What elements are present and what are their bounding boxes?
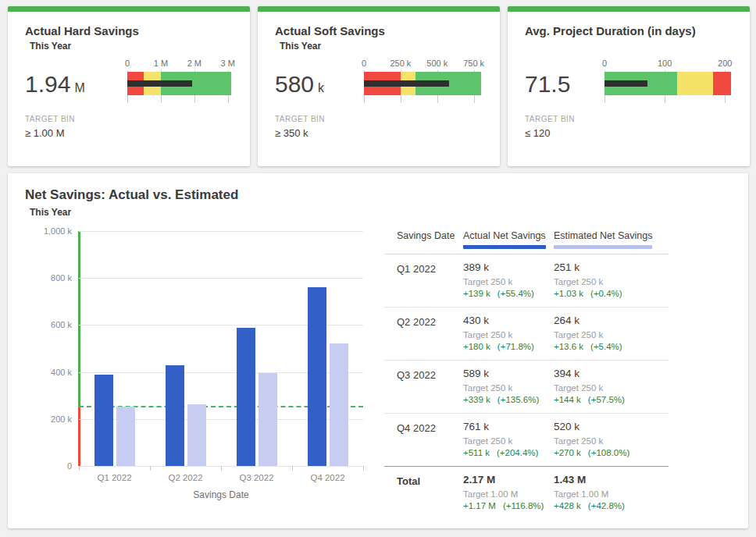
estimated-variance: +428 k(+42.8%) <box>554 501 669 510</box>
kpi-card-actual-soft-savings: Actual Soft Savings This Year 580k 0250 … <box>258 6 500 166</box>
bar-actual[interactable] <box>94 375 113 466</box>
variance-percent: (+135.6%) <box>497 395 539 404</box>
variance-percent: (+0.4%) <box>590 289 622 298</box>
column-header-label: Actual Net Savings <box>463 230 546 241</box>
kpi-title: Avg. Project Duration (in days) <box>525 24 731 37</box>
actual-target: Target 250 k <box>463 436 554 446</box>
variance-percent: (+55.4%) <box>497 289 534 298</box>
bullet-band <box>713 72 731 95</box>
bullet-track <box>364 72 481 95</box>
bar-estimated[interactable] <box>116 407 135 466</box>
x-axis-tick-mark <box>150 466 151 471</box>
kpi-value-unit: k <box>318 81 324 94</box>
actual-cell: 761 kTarget 250 k+511 k(+204.4%) <box>463 421 554 457</box>
kpi-value-number: 580 <box>275 71 314 97</box>
actual-value: 589 k <box>463 368 554 379</box>
bar-estimated[interactable] <box>187 404 206 466</box>
bullet-track <box>127 72 231 95</box>
table-row: Q2 2022430 kTarget 250 k+180 k(+71.8%)26… <box>384 308 669 361</box>
row-label: Q3 2022 <box>384 368 463 404</box>
bar-group-q4-2022 <box>292 231 363 466</box>
kpi-value-unit: M <box>74 81 84 94</box>
target-bin-value: ≤ 120 <box>525 127 731 139</box>
y-axis-tick-label: 600 k <box>51 320 72 329</box>
target-bin: TARGET BIN ≥ 350 k <box>275 115 481 139</box>
legend-swatch-estimated <box>554 245 652 249</box>
kpi-title: Actual Soft Savings <box>275 24 481 37</box>
variance-percent: (+108.0%) <box>588 448 629 457</box>
actual-target: Target 1.00 M <box>463 489 554 499</box>
x-axis-title: Savings Date <box>193 489 248 500</box>
bar-estimated[interactable] <box>330 343 348 466</box>
bullet-axis-labels: 01 M2 M3 M <box>127 59 231 70</box>
table-row: Q3 2022589 kTarget 250 k+339 k(+135.6%)3… <box>384 361 669 414</box>
actual-target: Target 250 k <box>463 277 554 286</box>
bullet-measure-bar <box>604 80 647 87</box>
variance-percent: (+5.4%) <box>590 342 622 351</box>
bullet-axis-labels: 0250 k500 k750 k <box>364 59 481 70</box>
variance-delta: +1.17 M <box>463 501 496 510</box>
bullet-tick-label: 500 k <box>426 59 448 68</box>
variance-delta: +180 k <box>463 342 490 351</box>
estimated-value: 264 k <box>554 315 669 326</box>
variance-delta: +511 k <box>463 448 490 457</box>
y-axis-tick-label: 400 k <box>51 368 72 377</box>
x-axis-tick-mark <box>221 466 222 471</box>
variance-delta: +270 k <box>554 448 581 457</box>
y-axis-tick-label: 0 <box>67 461 72 471</box>
table-row: Q1 2022389 kTarget 250 k+139 k(+55.4%)25… <box>384 254 669 308</box>
estimated-cell: 1.43 MTarget 1.00 M+428 k(+42.8%) <box>554 474 669 510</box>
bullet-tick-label: 100 <box>658 59 672 68</box>
variance-delta: +144 k <box>554 395 581 404</box>
card-accent-bar <box>258 6 500 12</box>
estimated-variance: +13.6 k(+5.4%) <box>554 342 669 351</box>
target-bin: TARGET BIN ≤ 120 <box>525 115 731 139</box>
card-accent-bar <box>508 6 750 12</box>
variance-delta: +1.03 k <box>554 289 583 298</box>
estimated-target: Target 250 k <box>554 330 669 340</box>
actual-variance: +1.17 M(+116.8%) <box>463 501 554 510</box>
bullet-tick-label: 2 M <box>187 59 201 68</box>
bullet-chart: 01 M2 M3 M <box>127 59 231 98</box>
x-axis-category-label: Q1 2022 <box>97 473 131 482</box>
table-body: Q1 2022389 kTarget 250 k+139 k(+55.4%)25… <box>384 254 669 519</box>
bullet-tick-label: 3 M <box>221 59 235 68</box>
column-header-savings-date: Savings Date <box>384 228 463 249</box>
bar-actual[interactable] <box>166 365 184 466</box>
x-axis-tick-mark <box>292 466 293 471</box>
column-header-label: Savings Date <box>397 230 455 241</box>
y-axis-tick-label: 200 k <box>51 414 72 424</box>
actual-value: 430 k <box>463 315 554 326</box>
target-bin-label: TARGET BIN <box>275 115 481 123</box>
bar-estimated[interactable] <box>259 373 277 466</box>
kpi-card-actual-hard-savings: Actual Hard Savings This Year 1.94M 01 M… <box>8 6 250 166</box>
bar-actual[interactable] <box>237 328 255 466</box>
estimated-cell: 251 kTarget 250 k+1.03 k(+0.4%) <box>554 261 669 298</box>
bullet-band <box>677 72 713 95</box>
target-bin: TARGET BIN ≥ 1.00 M <box>25 115 231 139</box>
table-header-row: Savings Date Actual Net Savings Estimate… <box>384 228 669 254</box>
bullet-tick-label: 0 <box>125 59 130 68</box>
bullet-tick-label: 200 <box>718 59 732 68</box>
row-label: Q1 2022 <box>384 261 463 298</box>
variance-percent: (+57.5%) <box>588 395 625 404</box>
bullet-tick-label: 0 <box>602 59 607 68</box>
actual-variance: +511 k(+204.4%) <box>463 448 554 457</box>
estimated-value: 251 k <box>554 261 669 273</box>
x-axis-category-label: Q3 2022 <box>239 473 273 482</box>
bar-group-q1-2022 <box>79 231 150 466</box>
row-label: Q2 2022 <box>384 315 463 351</box>
kpi-value-number: 71.5 <box>525 71 570 97</box>
bullet-tick-label: 0 <box>362 59 366 68</box>
bullet-chart: 0250 k500 k750 k <box>364 59 481 98</box>
actual-value: 761 k <box>463 421 554 432</box>
kpi-title: Actual Hard Savings <box>25 24 231 37</box>
estimated-cell: 520 kTarget 250 k+270 k(+108.0%) <box>554 421 669 457</box>
bullet-measure-bar <box>364 80 449 87</box>
bullet-axis-labels: 0100200 <box>604 59 731 70</box>
bar-actual[interactable] <box>308 287 326 466</box>
target-bin-value: ≥ 1.00 M <box>25 127 231 139</box>
legend-swatch-actual <box>463 245 546 249</box>
bullet-measure-bar <box>127 80 192 87</box>
actual-variance: +139 k(+55.4%) <box>463 289 554 298</box>
